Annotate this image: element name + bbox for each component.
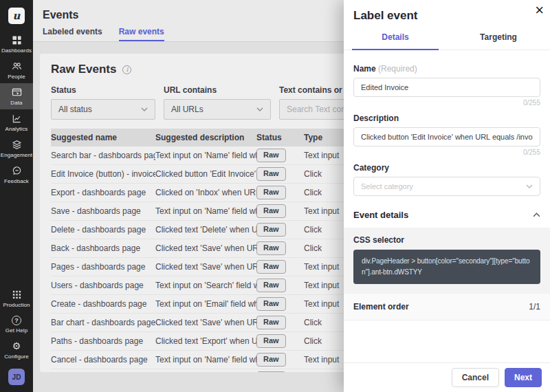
table-row[interactable]: Checklists - dashboards page Clicked tex…	[51, 369, 346, 372]
url-filter-value: All URLs	[171, 105, 204, 114]
url-filter-select[interactable]: All URLs	[164, 99, 271, 120]
sidebar-item-label: Configure	[4, 353, 29, 360]
sidebar-item-production[interactable]: Production	[0, 285, 33, 312]
column-header-type: Type	[304, 133, 346, 142]
name-char-counter: 0/255	[353, 99, 540, 107]
table-row[interactable]: Bar chart - dashboards page Clicked text…	[51, 314, 346, 332]
cell-suggested-name: Cancel - dashboards page	[51, 355, 155, 364]
table-row[interactable]: Search bar - dashboards page Text input …	[51, 146, 346, 165]
cell-suggested-name: Search bar - dashboards page	[51, 151, 155, 160]
cell-suggested-name: Users - dashboards page	[51, 281, 155, 290]
status-badge: Raw	[256, 241, 286, 254]
cell-suggested-description: Text input on 'Name' field when...	[155, 355, 256, 364]
tab-raw-events[interactable]: Raw events	[119, 27, 164, 41]
sidebar-item-label: Engagement	[1, 152, 32, 158]
sidebar-item-label: Feedback	[4, 178, 29, 184]
next-button[interactable]: Next	[505, 368, 542, 387]
element-order-row: Element order 1/1	[344, 294, 550, 320]
dashboards-icon	[12, 35, 22, 45]
cell-suggested-description: Clicked text 'Export' when URL e...	[155, 336, 256, 346]
app-logo[interactable]: u	[8, 8, 25, 24]
chevron-down-icon	[141, 107, 148, 111]
cell-type: Text input	[304, 281, 346, 290]
cell-type: Click	[304, 336, 346, 346]
cell-suggested-name: Bar chart - dashboards page	[51, 318, 155, 327]
status-filter-select[interactable]: All status	[51, 99, 155, 120]
sidebar-item-feedback[interactable]: Feedback	[0, 162, 33, 188]
status-badge: Raw	[256, 353, 286, 366]
cancel-button[interactable]: Cancel	[452, 368, 499, 387]
table-row[interactable]: Export - dashboards page Clicked on 'Inb…	[51, 184, 346, 202]
sidebar-item-engagement[interactable]: Engagement	[0, 135, 33, 162]
sidebar-item-dashboards[interactable]: Dashboards	[0, 31, 33, 57]
sidebar-item-data[interactable]: Data	[0, 83, 33, 109]
cell-type: Text input	[304, 355, 346, 364]
category-select[interactable]: Select category	[353, 177, 540, 196]
modal-footer: Cancel Next	[344, 362, 550, 392]
cell-type: Text input	[304, 151, 346, 160]
cell-suggested-name: Edit Invoice (button) - invoice page	[51, 169, 155, 179]
event-details-section-header[interactable]: Event details	[344, 210, 550, 220]
filters-row: Status All status URL contains All URLs …	[51, 85, 346, 120]
table-row[interactable]: Users - dashboards page Text input on 'S…	[51, 276, 346, 295]
sidebar-item-configure[interactable]: ⚙ Configure	[0, 337, 33, 363]
page-title: Events	[43, 9, 344, 21]
name-field[interactable]	[353, 78, 540, 97]
status-badge: Raw	[256, 204, 286, 217]
main-area: Events Labeled events Raw events Raw Eve…	[33, 0, 344, 392]
sidebar-item-get-help[interactable]: ? Get Help	[0, 312, 33, 337]
description-field[interactable]	[353, 127, 540, 146]
cell-suggested-description: Clicked text 'Save' when URL eq...	[155, 243, 256, 253]
sidebar-item-analytics[interactable]: Analytics	[0, 109, 33, 135]
cell-type: Click	[304, 225, 346, 235]
sidebar-item-label: Dashboards	[1, 47, 32, 54]
table-row[interactable]: Delete - dashboards page Clicked text 'D…	[51, 221, 346, 239]
table-row[interactable]: Pages - dashboards page Clicked text 'Sa…	[51, 258, 346, 276]
table-row[interactable]: Paths - dashboards page Clicked text 'Ex…	[51, 332, 346, 351]
table-row[interactable]: Create - dashboards page Text input on '…	[51, 295, 346, 314]
description-char-counter: 0/255	[353, 149, 540, 156]
analytics-icon	[12, 113, 22, 124]
get-help-icon: ?	[12, 316, 21, 325]
tab-labeled-events[interactable]: Labeled events	[43, 27, 102, 41]
feedback-icon	[12, 166, 22, 176]
table-header-row: Suggested name Suggested description Sta…	[51, 129, 346, 146]
event-details-panel: CSS selector div.PageHeader > button[col…	[344, 228, 550, 294]
cell-suggested-name: Paths - dashboards page	[51, 336, 155, 346]
element-order-value: 1/1	[529, 302, 540, 312]
sidebar-item-label: Get Help	[6, 327, 28, 334]
label-event-modal: × Label event Details Targeting Name (Re…	[344, 0, 550, 392]
user-avatar[interactable]: JD	[8, 369, 25, 385]
table-row[interactable]: Back - dashboards page Clicked text 'Sav…	[51, 239, 346, 258]
status-badge: Raw	[256, 149, 286, 162]
category-field-label: Category	[353, 163, 540, 173]
status-badge: Raw	[256, 167, 286, 180]
table-row[interactable]: Save - dashboards page Text input on 'Na…	[51, 202, 346, 221]
cell-suggested-name: Pages - dashboards page	[51, 262, 155, 272]
cell-type: Text input	[304, 299, 346, 309]
cell-suggested-name: Create - dashboards page	[51, 299, 155, 309]
raw-events-table: Suggested name Suggested description Sta…	[51, 129, 346, 372]
tab-details[interactable]: Details	[344, 29, 447, 50]
sidebar-item-people[interactable]: People	[0, 57, 33, 83]
status-badge: Raw	[256, 279, 286, 292]
table-row[interactable]: Cancel - dashboards page Text input on '…	[51, 351, 346, 369]
description-field-label: Description	[353, 113, 540, 123]
close-icon[interactable]: ×	[535, 1, 544, 21]
tab-targeting[interactable]: Targeting	[447, 29, 550, 50]
status-badge: Raw	[256, 334, 286, 347]
data-icon	[12, 87, 22, 98]
chevron-down-icon	[256, 107, 263, 111]
sidebar-item-label: Data	[10, 100, 22, 106]
modal-title: Label event	[344, 0, 550, 29]
element-order-label: Element order	[353, 302, 409, 312]
status-filter-value: All status	[58, 105, 92, 114]
info-icon[interactable]: i	[122, 65, 131, 74]
page-header: Events Labeled events Raw events	[33, 0, 344, 42]
column-header-suggested-name: Suggested name	[51, 133, 155, 142]
cell-suggested-description: Text input on 'Name' field when...	[155, 206, 256, 216]
table-row[interactable]: Edit Invoice (button) - invoice page Cli…	[51, 165, 346, 184]
status-badge: Raw	[256, 223, 286, 236]
engagement-icon	[12, 140, 22, 150]
raw-events-card: Raw Events i Status All status URL conta…	[40, 54, 358, 372]
